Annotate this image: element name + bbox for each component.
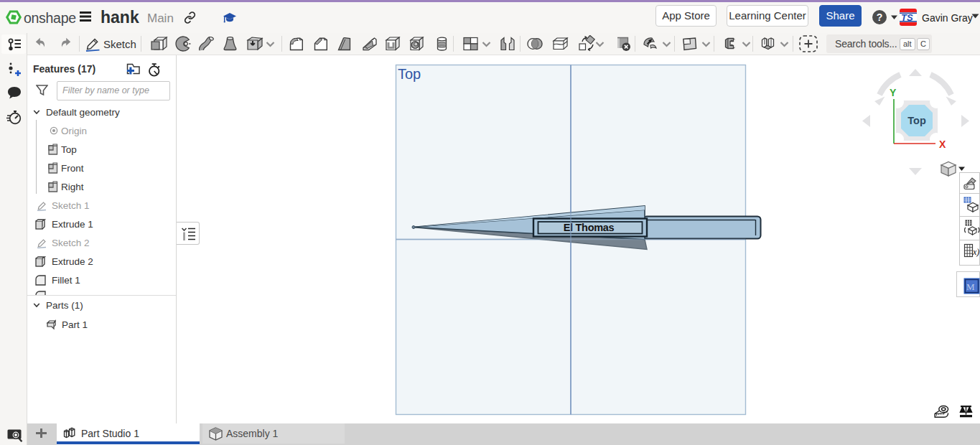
svg-text:Y: Y [890,87,897,98]
svg-text:M: M [966,281,975,292]
svg-text:?: ? [877,11,883,23]
svg-text:x): x) [972,247,979,257]
svg-text:TS: TS [901,12,913,23]
svg-text:Top: Top [907,115,926,126]
svg-text:X: X [939,139,946,150]
